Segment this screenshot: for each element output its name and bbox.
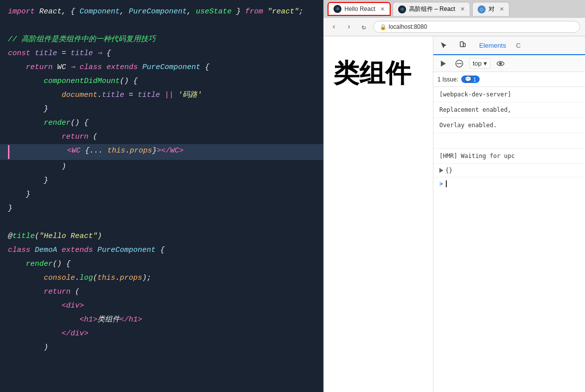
tab-label-3: 对: [489, 5, 495, 13]
tab-elements[interactable]: Elements: [475, 36, 510, 55]
svg-marker-2: [441, 61, 446, 67]
code-line: }: [0, 188, 323, 202]
code-text: }: [8, 203, 12, 214]
code-text: title: [138, 89, 160, 101]
forward-button[interactable]: ›: [343, 21, 354, 32]
code-text: ): [44, 342, 48, 353]
tab-hello-react[interactable]: ⚛ Hello React ✕: [328, 2, 391, 16]
code-line: ): [0, 341, 323, 355]
code-text: () {: [120, 76, 138, 87]
code-text: .: [75, 272, 80, 284]
browser-content: 类组件 E: [324, 36, 585, 392]
chat-icon: 💬: [465, 76, 472, 82]
code-text: [263, 6, 267, 17]
code-text: [13, 145, 67, 157]
back-button[interactable]: ‹: [329, 21, 339, 32]
devtools-panel: Elements C: [433, 36, 585, 392]
code-line: ): [0, 160, 323, 174]
code-text: [8, 300, 62, 312]
code-text: title: [102, 89, 124, 101]
svg-point-6: [500, 63, 501, 65]
code-text: useState: [196, 6, 232, 17]
code-text: {: [156, 244, 165, 256]
code-line: render() {: [0, 116, 323, 130]
inspect-element-button[interactable]: [437, 39, 450, 52]
console-output: [webpack-dev-server] Replacement enabled…: [433, 87, 585, 392]
tab-console[interactable]: C: [512, 36, 524, 55]
code-line: componentDidMount() {: [0, 75, 323, 88]
code-text: [8, 314, 80, 325]
code-text: [138, 62, 142, 73]
code-text: .: [125, 145, 130, 157]
lock-icon: 🔒: [380, 24, 387, 30]
code-line: class DemoA extends PureComponent {: [0, 243, 323, 257]
code-text: [8, 103, 44, 115]
code-text: [8, 131, 62, 143]
code-text: {: [102, 48, 111, 59]
top-dropdown[interactable]: top ▾: [469, 58, 491, 69]
console-message-empty: [433, 133, 585, 149]
code-text: [93, 48, 97, 59]
code-text: ⇒: [97, 48, 102, 59]
code-text: [8, 89, 62, 101]
other-favicon: ◇: [478, 5, 486, 13]
code-text: 类组件: [97, 314, 120, 325]
tab-react-hoc[interactable]: ⚛ 高阶组件 – React ✕: [393, 2, 470, 16]
code-line: @title("Hello React"): [0, 230, 323, 243]
code-text: ></WC>: [157, 145, 183, 157]
console-message-1: [webpack-dev-server]: [433, 87, 585, 102]
code-text: [8, 286, 44, 298]
code-text: props: [130, 145, 152, 157]
page-heading: 类组件: [334, 56, 411, 91]
no-entry-icon: [455, 60, 463, 68]
code-text: log: [80, 272, 93, 284]
code-text: ): [62, 161, 66, 172]
code-text: Component: [80, 6, 120, 17]
code-text: props: [120, 272, 142, 284]
code-text: .: [115, 272, 120, 284]
code-line: [0, 216, 323, 230]
code-line: import React, { Component, PureComponent…: [0, 5, 323, 19]
console-obj-row[interactable]: {}: [433, 164, 585, 177]
address-input[interactable]: 🔒 localhost:8080: [373, 21, 580, 33]
dropdown-arrow: ▾: [484, 60, 487, 67]
code-text: {: [81, 145, 89, 157]
no-entry-button[interactable]: [453, 58, 465, 70]
issue-badge[interactable]: 💬 1: [461, 76, 480, 83]
code-text: PureComponent: [97, 244, 156, 256]
code-text: DemoA: [35, 244, 57, 256]
eye-button[interactable]: [495, 58, 506, 70]
expand-icon[interactable]: [439, 168, 443, 173]
code-text: </div>: [62, 328, 88, 339]
device-toolbar-button[interactable]: [456, 39, 469, 52]
code-text: }: [44, 103, 48, 115]
code-text: render: [26, 258, 53, 270]
url-text: localhost:8080: [389, 23, 427, 30]
issue-count: 1: [473, 77, 476, 82]
code-line: console.log(this.props);: [0, 271, 323, 285]
code-text: [8, 76, 44, 87]
svg-rect-0: [460, 42, 463, 47]
tab-close-button[interactable]: ✕: [380, 6, 385, 12]
top-label: top: [473, 60, 482, 67]
code-text: '码路': [178, 89, 202, 101]
tab-close-button-3[interactable]: ✕: [500, 6, 504, 12]
tab-other[interactable]: ◇ 对 ✕: [472, 2, 509, 16]
play-icon-button[interactable]: [437, 58, 449, 70]
console-prompt[interactable]: >: [433, 177, 585, 190]
page-content: 类组件: [324, 36, 433, 392]
code-line: }: [0, 202, 323, 216]
code-text: ,: [120, 6, 129, 17]
code-text: (: [71, 286, 80, 298]
issue-bar: 1 Issue: 💬 1: [433, 72, 585, 87]
tab-close-button-2[interactable]: ✕: [460, 6, 465, 12]
issue-text: 1 Issue:: [437, 76, 458, 83]
tab-bar: ⚛ Hello React ✕ ⚛ 高阶组件 – React ✕ ◇ 对 ✕: [324, 0, 585, 18]
device-icon: [459, 41, 467, 49]
code-text: <div>: [62, 300, 84, 312]
code-text: (: [93, 272, 97, 284]
code-text: [8, 328, 62, 339]
reload-button[interactable]: ↻: [358, 21, 369, 32]
code-text: ||: [165, 89, 173, 101]
code-line: document.title = title || '码路': [0, 88, 323, 102]
